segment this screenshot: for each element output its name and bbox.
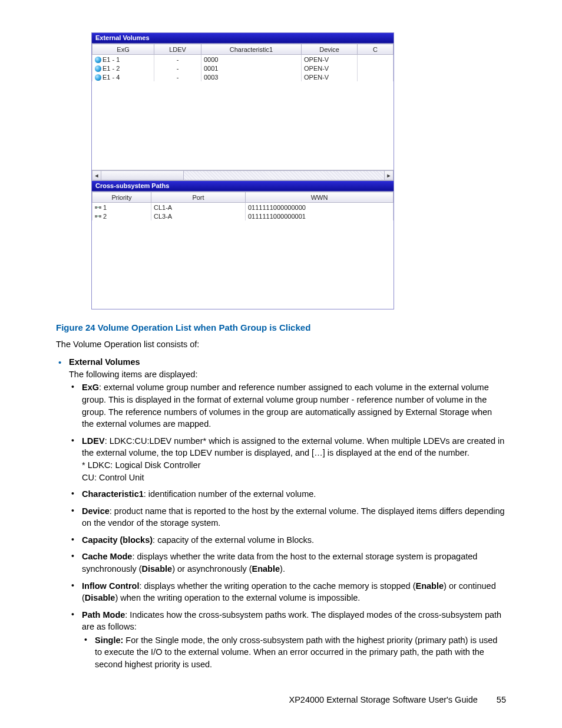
table-row[interactable]: E1 - 1 - 0000 OPEN-V	[92, 55, 394, 64]
cell: 0000	[201, 55, 302, 64]
cross-paths-header: Cross-subsystem Paths	[92, 181, 394, 192]
cell: E1 - 2	[103, 65, 120, 72]
scroll-left-button[interactable]: ◄	[92, 170, 101, 180]
col-char1[interactable]: Characteristic1	[201, 44, 302, 55]
cell	[358, 64, 394, 73]
cell: 0111111000000000	[246, 203, 394, 212]
item-external-volumes: External Volumes The following items are…	[56, 356, 506, 670]
page-number: 55	[497, 695, 506, 704]
path-icon	[95, 214, 101, 219]
cell: OPEN-V	[302, 73, 358, 81]
external-volumes-table: ExG LDEV Characteristic1 Device C E1 - 1…	[92, 44, 394, 81]
item-exg: ExG: external volume group number and re…	[69, 381, 506, 430]
col-port[interactable]: Port	[151, 192, 246, 203]
cell: 0003	[201, 73, 302, 81]
item-ldev: LDEV: LDKC:CU:LDEV number* which is assi…	[69, 435, 506, 483]
item-path-mode-single: Single: For the Single mode, the only cr…	[82, 634, 506, 671]
cell: -	[154, 64, 201, 73]
table-empty-space	[92, 220, 394, 309]
cell: -	[154, 73, 201, 81]
col-exg[interactable]: ExG	[92, 44, 154, 55]
col-c[interactable]: C	[358, 44, 394, 55]
table-row[interactable]: 2 CL3-A 0111111000000001	[92, 212, 394, 220]
table-row[interactable]: 1 CL1-A 0111111000000000	[92, 203, 394, 212]
col-device[interactable]: Device	[302, 44, 358, 55]
external-volumes-header: External Volumes	[92, 33, 394, 44]
item-char1: Characteristic1: identification number o…	[69, 488, 506, 500]
item-inflow-control: Inflow Control: displays whether the wri…	[69, 580, 506, 604]
cell: 1	[103, 204, 107, 211]
scroll-track[interactable]	[101, 170, 384, 180]
cell: E1 - 1	[103, 56, 120, 63]
page-footer: XP24000 External Storage Software User's…	[289, 695, 506, 704]
cell: -	[154, 55, 201, 64]
cell: CL3-A	[151, 212, 246, 220]
intro-text: The Volume Operation list consists of:	[56, 338, 506, 350]
col-priority[interactable]: Priority	[92, 192, 151, 203]
cell	[358, 55, 394, 64]
cell: 0001	[201, 64, 302, 73]
footer-title: XP24000 External Storage Software User's…	[289, 695, 477, 704]
volume-icon	[95, 57, 101, 63]
cell: OPEN-V	[302, 55, 358, 64]
cross-paths-table: Priority Port WWN 1 CL1-A 01111110000000…	[92, 192, 394, 220]
item-capacity: Capacity (blocks): capacity of the exter…	[69, 534, 506, 546]
volume-icon	[95, 74, 101, 81]
cell	[358, 73, 394, 81]
path-icon	[95, 205, 101, 210]
item-device: Device: product name that is reported to…	[69, 505, 506, 529]
cell: CL1-A	[151, 203, 246, 212]
cell: 0111111000000001	[246, 212, 394, 220]
col-wwn[interactable]: WWN	[246, 192, 394, 203]
item-cache-mode: Cache Mode: displays whether the write d…	[69, 551, 506, 575]
col-ldev[interactable]: LDEV	[154, 44, 201, 55]
item-path-mode: Path Mode: Indicates how the cross-subsy…	[69, 609, 506, 671]
item-title: External Volumes	[69, 357, 140, 367]
horizontal-scrollbar[interactable]: ◄ ►	[92, 170, 394, 180]
table-row[interactable]: E1 - 2 - 0001 OPEN-V	[92, 64, 394, 73]
scroll-thumb[interactable]	[101, 171, 184, 180]
figure-caption: Figure 24 Volume Operation List when Pat…	[56, 322, 506, 332]
table-empty-space	[92, 81, 394, 170]
cell: OPEN-V	[302, 64, 358, 73]
scroll-right-button[interactable]: ►	[384, 170, 394, 180]
table-row[interactable]: E1 - 4 - 0003 OPEN-V	[92, 73, 394, 81]
volume-icon	[95, 65, 101, 72]
cell: E1 - 4	[103, 74, 120, 81]
screenshot-panel: External Volumes ExG LDEV Characteristic…	[91, 32, 394, 309]
cell: 2	[103, 213, 107, 220]
item-subtitle: The following items are displayed:	[69, 370, 197, 379]
